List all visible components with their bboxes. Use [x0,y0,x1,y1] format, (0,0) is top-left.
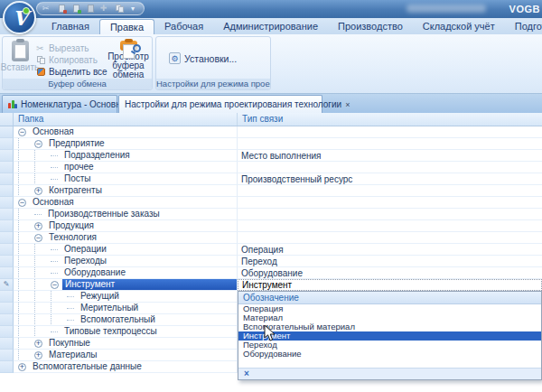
ribbon-tab-6[interactable]: Подготовка [505,19,542,34]
table-row[interactable]: −Предприятие [0,138,542,150]
column-header-folder[interactable]: Папка [14,113,238,126]
folder-cell[interactable]: Производственные заказы [14,209,238,220]
folder-cell[interactable]: +Вспомогательные данные [14,361,238,373]
folder-cell[interactable]: +Покупные [14,338,238,350]
collapse-icon[interactable]: − [51,281,59,289]
expand-icon[interactable]: + [34,340,42,348]
copy-icon[interactable] [115,4,125,14]
folder-cell[interactable]: Вспомогательный [14,314,238,326]
folder-cell[interactable]: Подразделения [14,150,238,162]
folder-cell[interactable]: +Продукция [14,220,238,232]
collapse-icon[interactable]: − [34,234,42,242]
ribbon-group-settings: ⚙ Установки... Настройки для режима прое… [155,36,271,90]
table-row[interactable]: ОперацииОперация [0,244,542,256]
folder-cell[interactable]: Оборудование [14,267,238,279]
ribbon-tab-1[interactable]: Правка [99,19,154,34]
ribbon-tab-4[interactable]: Производство [328,19,413,34]
table-row[interactable]: +Контрагенты [0,185,542,197]
expand-icon[interactable]: + [34,222,42,230]
link-type-cell[interactable]: Производственный ресурс [238,173,542,185]
folder-label: Технология [46,232,237,243]
tree-guide-line [34,291,51,303]
link-type-cell[interactable] [238,138,542,150]
row-indicator [0,232,14,244]
table-row[interactable]: −Основная [0,126,542,138]
scissors-icon[interactable]: ✂ [42,4,52,14]
paste-icon[interactable] [57,4,67,14]
folder-cell[interactable]: Мерительный [14,303,238,314]
folder-cell[interactable]: −Технология [14,232,238,244]
settings-button[interactable]: ⚙ Установки... [169,52,237,64]
table-row[interactable]: −Технология [0,232,542,244]
tab-nomenклатура[interactable]: Номенклатура - Основная × [2,95,117,113]
folder-cell[interactable]: +Материалы [14,350,238,361]
tree-connector [51,173,58,180]
table-row[interactable]: ПостыПроизводственный ресурс [0,173,542,185]
folder-cell[interactable]: −Основная [14,126,238,138]
dropdown-item[interactable]: Оборудование [238,350,541,359]
table-row[interactable]: ОборудованиеОборудование [0,267,542,279]
expand-icon[interactable]: + [18,363,26,371]
link-type-cell[interactable]: Переход [238,256,542,267]
table-row[interactable]: прочее [0,162,542,173]
collapse-icon[interactable]: − [34,140,42,148]
table-row[interactable]: ✎−ИнструментИнструмент [0,279,542,291]
tab-settings-active[interactable]: Настройки для режима проектирования техн… [118,95,322,113]
qat-dropdown-arrow-icon[interactable]: ▾ [131,5,135,13]
folder-cell[interactable]: −Инструмент [14,279,238,291]
application-menu-button[interactable]: V [3,1,36,34]
link-type-cell[interactable]: Место выполнения [238,150,542,162]
tree-guide-line [34,256,51,267]
table-row[interactable]: Производственные заказы [0,209,542,220]
tab-close-icon[interactable]: × [345,100,350,109]
table-row[interactable]: −Основная [0,197,542,209]
folder-label: Основная [30,197,237,208]
ribbon-tab-5[interactable]: Складской учёт [413,19,505,34]
link-type-editor-cell[interactable]: Инструмент [238,279,542,291]
clipboard-icon[interactable] [86,4,96,14]
folder-cell[interactable]: −Предприятие [14,138,238,150]
folder-cell[interactable]: Режущий [14,291,238,303]
link-type-cell[interactable] [238,232,542,244]
ribbon-tab-0[interactable]: Главная [42,19,99,34]
folder-cell[interactable]: прочее [14,162,238,173]
link-type-cell[interactable]: Операция [238,244,542,256]
ribbon-tab-row: ГлавнаяПравкаРабочаяАдминистрированиеПро… [0,18,542,34]
folder-cell[interactable]: Типовые техпроцессы [14,326,238,338]
ribbon-tab-3[interactable]: Администрирование [213,19,328,34]
folder-cell[interactable]: +Контрагенты [14,185,238,197]
link-type-cell[interactable] [238,220,542,232]
table-row[interactable]: +Продукция [0,220,542,232]
column-header-link-type[interactable]: Тип связи [238,113,542,126]
link-type-cell[interactable] [238,126,542,138]
link-type-cell[interactable] [238,197,542,209]
logo-green-dot-icon [23,7,30,14]
expand-icon[interactable]: + [34,351,42,359]
table-row[interactable]: ПодразделенияМесто выполнения [0,150,542,162]
ribbon-tab-2[interactable]: Рабочая [154,19,213,34]
dropdown-close-button[interactable]: × [244,369,249,378]
dropdown-item[interactable]: Операция [238,304,541,313]
select-all-button[interactable]: Выделить все [36,66,107,78]
row-indicator [0,126,14,138]
folder-cell[interactable]: Операции [14,244,238,256]
folder-cell[interactable]: −Основная [14,197,238,209]
folder-label: Материалы [46,350,237,360]
table-row[interactable]: ПереходыПереход [0,256,542,267]
expand-icon[interactable]: + [34,187,42,195]
collapse-icon[interactable]: − [18,199,26,207]
dropdown-item[interactable]: Инструмент [238,331,541,341]
folder-cell[interactable]: Переходы [14,256,238,267]
link-type-cell[interactable] [238,162,542,173]
link-type-cell[interactable]: Оборудование [238,267,542,279]
folder-label: Оборудование [61,267,237,278]
nomenclature-icon [8,100,17,108]
folder-cell[interactable]: Посты [14,173,238,185]
clipboard-viewer-button[interactable]: Просмотр буфера обмена [104,38,153,79]
lookup-dropdown: Обозначение ОперацияМатериалВспомогатель… [238,291,542,380]
link-type-cell[interactable] [238,209,542,220]
import-icon[interactable] [71,4,81,14]
add-icon[interactable]: ✚ [100,4,110,14]
link-type-cell[interactable] [238,185,542,197]
collapse-icon[interactable]: − [18,128,26,136]
